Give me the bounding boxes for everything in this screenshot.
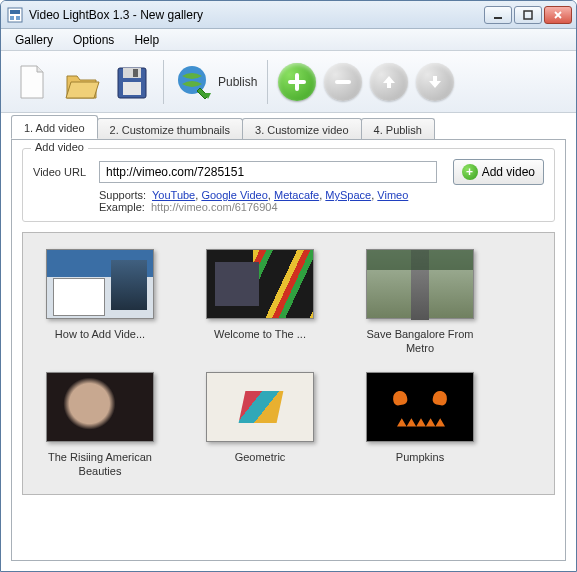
move-down-button[interactable] xyxy=(416,63,454,101)
tab-publish[interactable]: 4. Publish xyxy=(361,118,435,140)
example-line: Example: http://vimeo.com/6176904 xyxy=(33,201,544,213)
link-youtube[interactable]: YouTube xyxy=(152,189,195,201)
toolbar-separator xyxy=(163,60,164,104)
thumbnail-image xyxy=(206,372,314,442)
video-url-label: Video URL xyxy=(33,166,91,178)
svg-rect-7 xyxy=(123,68,141,78)
gallery-item[interactable]: Geometric xyxy=(195,372,325,479)
link-google-video[interactable]: Google Video xyxy=(201,189,267,201)
plus-icon: + xyxy=(462,164,478,180)
menu-options[interactable]: Options xyxy=(63,31,124,49)
window-buttons xyxy=(484,6,572,24)
svg-rect-3 xyxy=(16,16,20,20)
gallery-item[interactable]: Welcome to The ... xyxy=(195,249,325,356)
minimize-button[interactable] xyxy=(484,6,512,24)
tab-customize-thumbnails[interactable]: 2. Customize thumbnails xyxy=(97,118,243,140)
new-button[interactable] xyxy=(11,58,53,106)
thumbnail-image xyxy=(366,372,474,442)
tab-customize-video[interactable]: 3. Customize video xyxy=(242,118,362,140)
toolbar: Publish xyxy=(1,51,576,113)
menu-bar: Gallery Options Help xyxy=(1,29,576,51)
thumbnail-image xyxy=(206,249,314,319)
thumbnail-image xyxy=(46,249,154,319)
move-up-button[interactable] xyxy=(370,63,408,101)
close-button[interactable] xyxy=(544,6,572,24)
save-button[interactable] xyxy=(111,58,153,106)
thumbnail-label: Welcome to The ... xyxy=(214,327,306,341)
gallery-item[interactable]: Save Bangalore From Metro xyxy=(355,249,485,356)
thumbnail-image xyxy=(46,372,154,442)
gallery-item[interactable]: The Risiing American Beauties xyxy=(35,372,165,479)
window-title: Video LightBox 1.3 - New gallery xyxy=(29,8,484,22)
svg-rect-9 xyxy=(123,82,141,95)
thumbnail-label: Geometric xyxy=(235,450,286,464)
publish-button[interactable]: Publish xyxy=(174,62,257,102)
menu-gallery[interactable]: Gallery xyxy=(5,31,63,49)
add-video-button[interactable]: + Add video xyxy=(453,159,544,185)
gallery-item[interactable]: Pumpkins xyxy=(355,372,485,479)
supports-line: Supports: YouTube, Google Video, Metacaf… xyxy=(33,189,544,201)
video-url-input[interactable] xyxy=(99,161,437,183)
fieldset-legend: Add video xyxy=(31,141,88,153)
remove-round-button[interactable] xyxy=(324,63,362,101)
toolbar-separator xyxy=(267,60,268,104)
link-vimeo[interactable]: Vimeo xyxy=(377,189,408,201)
gallery-item[interactable]: How to Add Vide... xyxy=(35,249,165,356)
svg-rect-4 xyxy=(494,17,502,19)
link-myspace[interactable]: MySpace xyxy=(325,189,371,201)
open-button[interactable] xyxy=(61,58,103,106)
svg-rect-8 xyxy=(133,69,138,77)
video-gallery: How to Add Vide... Welcome to The ... Sa… xyxy=(22,232,555,495)
add-video-fieldset: Add video Video URL + Add video Supports… xyxy=(22,148,555,222)
thumbnail-label: Pumpkins xyxy=(396,450,444,464)
thumbnail-image xyxy=(366,249,474,319)
svg-rect-5 xyxy=(524,11,532,19)
thumbnail-label: How to Add Vide... xyxy=(55,327,145,341)
tab-add-video[interactable]: 1. Add video xyxy=(11,115,98,139)
svg-rect-2 xyxy=(10,16,14,20)
app-icon xyxy=(7,7,23,23)
svg-rect-1 xyxy=(10,10,20,14)
tab-strip: 1. Add video 2. Customize thumbnails 3. … xyxy=(1,113,576,139)
link-metacafe[interactable]: Metacafe xyxy=(274,189,319,201)
content-area: Add video Video URL + Add video Supports… xyxy=(11,139,566,561)
add-video-button-label: Add video xyxy=(482,165,535,179)
app-window: Video LightBox 1.3 - New gallery Gallery… xyxy=(0,0,577,572)
maximize-button[interactable] xyxy=(514,6,542,24)
thumbnail-label: The Risiing American Beauties xyxy=(40,450,160,479)
add-round-button[interactable] xyxy=(278,63,316,101)
menu-help[interactable]: Help xyxy=(124,31,169,49)
publish-label: Publish xyxy=(218,75,257,89)
thumbnail-label: Save Bangalore From Metro xyxy=(360,327,480,356)
title-bar[interactable]: Video LightBox 1.3 - New gallery xyxy=(1,1,576,29)
